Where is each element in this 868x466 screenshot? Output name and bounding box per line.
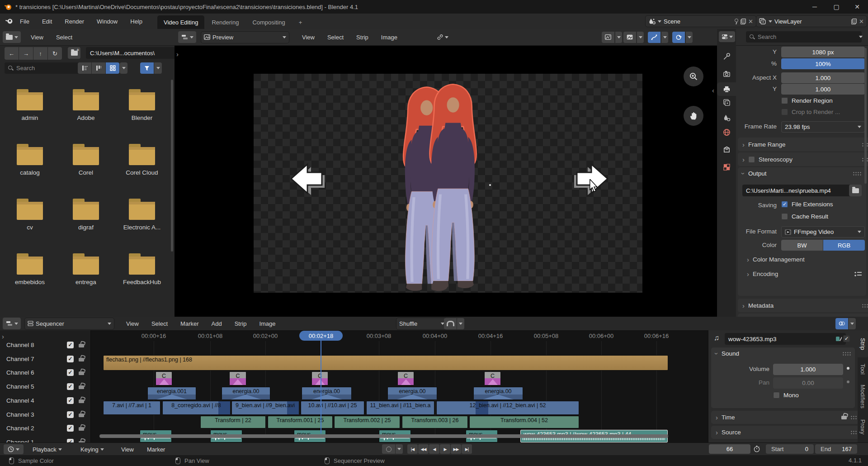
channel-lock-icon[interactable] bbox=[79, 439, 84, 442]
play-button[interactable]: ▶ bbox=[440, 444, 450, 454]
tab-tool[interactable] bbox=[717, 49, 736, 63]
fb-menu-select[interactable]: Select bbox=[50, 29, 79, 45]
seq-menu-add[interactable]: Add bbox=[205, 317, 228, 330]
file-extensions-checkbox[interactable]: ✓ bbox=[781, 201, 788, 208]
strip-image[interactable]: flechas1.png | //flechas1.png | 168 bbox=[103, 355, 668, 371]
pv-menu-select[interactable]: Select bbox=[321, 29, 350, 45]
color-rgb-button[interactable]: RGB bbox=[823, 240, 865, 251]
menu-file[interactable]: File bbox=[14, 14, 36, 29]
overlays-dropdown[interactable] bbox=[849, 318, 856, 329]
channel-checkbox[interactable]: ✓ bbox=[67, 356, 74, 362]
tab-world[interactable] bbox=[717, 125, 736, 139]
overlay-dropdown[interactable] bbox=[637, 32, 644, 43]
filter-settings-dropdown[interactable] bbox=[154, 62, 162, 74]
panel-encoding[interactable]: › Encoding bbox=[747, 271, 862, 277]
auto-keying-button[interactable] bbox=[382, 444, 395, 454]
sidebar-collapse-icon[interactable]: ‹ bbox=[712, 87, 714, 94]
menu-edit[interactable]: Edit bbox=[36, 14, 58, 29]
rotate-dropdown[interactable] bbox=[686, 32, 693, 43]
channel-checkbox[interactable]: ✓ bbox=[67, 342, 74, 348]
horizontal-list-view-button[interactable] bbox=[92, 62, 105, 74]
properties-search-box[interactable]: Search bbox=[746, 31, 862, 43]
pan-field[interactable]: 0.00 bbox=[773, 377, 843, 389]
unlock-icon[interactable] bbox=[841, 416, 847, 419]
remove-viewlayer-icon[interactable]: ✕ bbox=[859, 18, 864, 25]
channel-lock-icon[interactable] bbox=[79, 412, 84, 418]
strip-cross[interactable]: C bbox=[311, 371, 328, 385]
presets-icon[interactable] bbox=[854, 271, 862, 277]
ruler[interactable]: 00:00+1600:01+0800:02+0000:02+1600:03+08… bbox=[90, 330, 708, 341]
tab-object[interactable] bbox=[717, 143, 736, 156]
tab-output[interactable] bbox=[717, 82, 736, 96]
stopwatch-icon[interactable] bbox=[753, 445, 760, 452]
strip-cross[interactable]: C bbox=[397, 371, 414, 385]
resolution-percent-slider[interactable]: 100% bbox=[781, 58, 865, 69]
annotation-curve-button[interactable] bbox=[648, 32, 660, 43]
volume-field[interactable]: 1.000 bbox=[773, 364, 843, 375]
menu-help[interactable]: Help bbox=[124, 14, 149, 29]
tab-viewlayer[interactable] bbox=[717, 95, 736, 109]
channel-checkbox[interactable]: ✓ bbox=[67, 425, 74, 432]
frame-rate-dropdown[interactable]: 23.98 fps bbox=[781, 121, 865, 133]
strip-movie[interactable]: 7.avi | //7.avi | 1 bbox=[103, 401, 160, 415]
workspace-tab-rendering[interactable]: Rendering bbox=[205, 15, 245, 29]
link-settings-button[interactable] bbox=[437, 34, 448, 40]
seq-menu-strip[interactable]: Strip bbox=[228, 317, 253, 330]
strip-effect[interactable]: energia.00 bbox=[473, 387, 523, 400]
timeline-area[interactable]: flechas1.png | //flechas1.png | 168CCCCC… bbox=[0, 330, 708, 442]
menu-render[interactable]: Render bbox=[58, 14, 90, 29]
editor-type-button[interactable] bbox=[3, 318, 21, 329]
overlay-mode-dropdown[interactable]: Shuffle bbox=[396, 318, 448, 330]
folder-item[interactable]: Corel Cloud bbox=[126, 134, 158, 189]
sidebar-tab-modifiers[interactable]: Modifiers bbox=[858, 381, 868, 412]
resolution-y-field[interactable]: 1080 px bbox=[781, 47, 865, 57]
channel-checkbox[interactable]: ✓ bbox=[67, 439, 74, 443]
toolbar-expand-icon[interactable]: › bbox=[176, 51, 179, 57]
seq-menu-marker[interactable]: Marker bbox=[174, 317, 205, 330]
timeline-view-menu[interactable]: View bbox=[121, 443, 134, 456]
up-button[interactable]: ↑ bbox=[33, 47, 47, 60]
crop-to-render-checkbox[interactable] bbox=[781, 109, 788, 115]
strip-movie[interactable]: 11_bien.avi | //11_bien.a bbox=[366, 401, 434, 415]
strip-effect[interactable]: energia.00 bbox=[387, 387, 437, 400]
strip-color-icon[interactable] bbox=[835, 336, 842, 342]
scene-selector[interactable]: Scene ✕ bbox=[645, 15, 756, 27]
zoom-tool-button[interactable] bbox=[684, 67, 703, 86]
gizmo-dropdown[interactable] bbox=[615, 32, 622, 43]
playhead-line[interactable] bbox=[321, 340, 321, 433]
viewlayer-selector[interactable]: ViewLayer ✕ bbox=[756, 15, 867, 27]
folder-item[interactable]: Adobe bbox=[73, 80, 99, 134]
workspace-tab-compositing[interactable]: Compositing bbox=[246, 15, 291, 29]
folder-item[interactable]: digraf bbox=[73, 189, 99, 244]
sidebar-tab-proxy[interactable]: Proxy bbox=[858, 414, 868, 440]
channel-lock-icon[interactable] bbox=[79, 384, 84, 390]
panel-output-header[interactable]: › Output bbox=[742, 170, 862, 177]
channel-lock-icon[interactable] bbox=[79, 356, 84, 363]
folder-item[interactable]: catalog bbox=[17, 134, 43, 189]
next-keyframe-button[interactable]: ▶▶ bbox=[451, 444, 461, 454]
tab-render[interactable] bbox=[717, 67, 736, 81]
folder-item[interactable]: Corel bbox=[73, 134, 99, 189]
prev-keyframe-button[interactable]: ◀◀ bbox=[418, 444, 429, 454]
create-folder-button[interactable]: + bbox=[68, 47, 80, 59]
forward-button[interactable]: → bbox=[19, 47, 33, 60]
refresh-button[interactable]: ↻ bbox=[48, 47, 62, 60]
filter-button[interactable] bbox=[140, 62, 154, 74]
blender-menu-icon[interactable] bbox=[5, 18, 14, 25]
jump-to-end-button[interactable]: ▶| bbox=[462, 444, 472, 454]
end-frame-field[interactable]: End167 bbox=[815, 444, 857, 454]
pv-menu-view[interactable]: View bbox=[296, 29, 321, 45]
editor-type-button[interactable] bbox=[3, 31, 21, 43]
sidebar-tab-tool[interactable]: Tool bbox=[858, 359, 868, 379]
channel-lock-icon[interactable] bbox=[79, 398, 84, 404]
new-viewlayer-icon[interactable] bbox=[851, 19, 857, 24]
start-frame-field[interactable]: Start0 bbox=[766, 444, 814, 454]
auto-keying-dropdown[interactable] bbox=[396, 444, 403, 454]
sequencer-mode-dropdown[interactable]: Sequencer bbox=[24, 318, 114, 330]
properties-editor-type-button[interactable] bbox=[719, 31, 735, 42]
current-frame-field[interactable]: 66 bbox=[709, 444, 750, 454]
panel-time[interactable]: › Time bbox=[711, 411, 864, 424]
strip-transform[interactable]: Transform | 22 bbox=[200, 416, 266, 428]
maximize-button[interactable]: ▢ bbox=[826, 0, 846, 14]
channel-checkbox[interactable]: ✓ bbox=[67, 383, 74, 390]
